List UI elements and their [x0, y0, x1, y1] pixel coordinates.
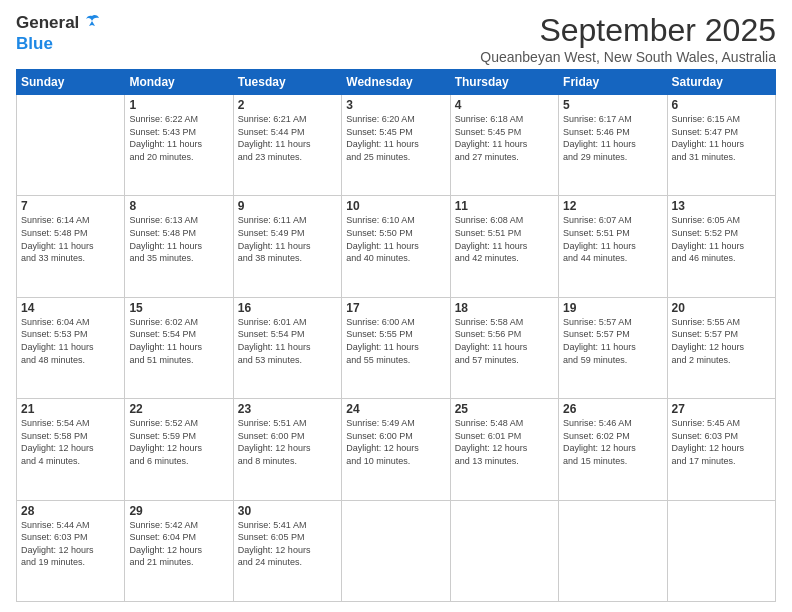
calendar-cell: 28Sunrise: 5:44 AMSunset: 6:03 PMDayligh…: [17, 500, 125, 601]
day-number: 1: [129, 98, 228, 112]
calendar-cell: 4Sunrise: 6:18 AMSunset: 5:45 PMDaylight…: [450, 95, 558, 196]
day-info: Sunrise: 5:44 AMSunset: 6:03 PMDaylight:…: [21, 519, 120, 569]
calendar-cell: 11Sunrise: 6:08 AMSunset: 5:51 PMDayligh…: [450, 196, 558, 297]
calendar-cell: 16Sunrise: 6:01 AMSunset: 5:54 PMDayligh…: [233, 297, 341, 398]
calendar-cell: 17Sunrise: 6:00 AMSunset: 5:55 PMDayligh…: [342, 297, 450, 398]
calendar-cell: 5Sunrise: 6:17 AMSunset: 5:46 PMDaylight…: [559, 95, 667, 196]
day-header-saturday: Saturday: [667, 70, 775, 95]
day-info: Sunrise: 5:52 AMSunset: 5:59 PMDaylight:…: [129, 417, 228, 467]
logo: General Blue: [16, 12, 103, 54]
day-number: 13: [672, 199, 771, 213]
calendar-week-4: 21Sunrise: 5:54 AMSunset: 5:58 PMDayligh…: [17, 399, 776, 500]
day-info: Sunrise: 5:42 AMSunset: 6:04 PMDaylight:…: [129, 519, 228, 569]
day-info: Sunrise: 5:49 AMSunset: 6:00 PMDaylight:…: [346, 417, 445, 467]
day-info: Sunrise: 5:41 AMSunset: 6:05 PMDaylight:…: [238, 519, 337, 569]
day-number: 10: [346, 199, 445, 213]
calendar-cell: 6Sunrise: 6:15 AMSunset: 5:47 PMDaylight…: [667, 95, 775, 196]
day-info: Sunrise: 6:05 AMSunset: 5:52 PMDaylight:…: [672, 214, 771, 264]
logo-general: General: [16, 13, 79, 33]
calendar-table: SundayMondayTuesdayWednesdayThursdayFrid…: [16, 69, 776, 602]
day-number: 18: [455, 301, 554, 315]
day-info: Sunrise: 6:14 AMSunset: 5:48 PMDaylight:…: [21, 214, 120, 264]
day-info: Sunrise: 5:51 AMSunset: 6:00 PMDaylight:…: [238, 417, 337, 467]
calendar-cell: 20Sunrise: 5:55 AMSunset: 5:57 PMDayligh…: [667, 297, 775, 398]
subtitle: Queanbeyan West, New South Wales, Austra…: [480, 49, 776, 65]
day-info: Sunrise: 6:22 AMSunset: 5:43 PMDaylight:…: [129, 113, 228, 163]
day-header-tuesday: Tuesday: [233, 70, 341, 95]
day-info: Sunrise: 6:02 AMSunset: 5:54 PMDaylight:…: [129, 316, 228, 366]
day-info: Sunrise: 6:07 AMSunset: 5:51 PMDaylight:…: [563, 214, 662, 264]
calendar-cell: 27Sunrise: 5:45 AMSunset: 6:03 PMDayligh…: [667, 399, 775, 500]
calendar-cell: [17, 95, 125, 196]
calendar-week-3: 14Sunrise: 6:04 AMSunset: 5:53 PMDayligh…: [17, 297, 776, 398]
calendar-cell: 12Sunrise: 6:07 AMSunset: 5:51 PMDayligh…: [559, 196, 667, 297]
day-number: 17: [346, 301, 445, 315]
day-number: 12: [563, 199, 662, 213]
calendar-cell: [667, 500, 775, 601]
day-info: Sunrise: 6:21 AMSunset: 5:44 PMDaylight:…: [238, 113, 337, 163]
day-number: 2: [238, 98, 337, 112]
header: General Blue September 2025 Queanbeyan W…: [16, 12, 776, 65]
day-number: 3: [346, 98, 445, 112]
calendar-cell: 15Sunrise: 6:02 AMSunset: 5:54 PMDayligh…: [125, 297, 233, 398]
day-number: 16: [238, 301, 337, 315]
calendar-cell: 24Sunrise: 5:49 AMSunset: 6:00 PMDayligh…: [342, 399, 450, 500]
day-info: Sunrise: 5:54 AMSunset: 5:58 PMDaylight:…: [21, 417, 120, 467]
calendar-cell: 22Sunrise: 5:52 AMSunset: 5:59 PMDayligh…: [125, 399, 233, 500]
calendar-cell: [559, 500, 667, 601]
day-number: 23: [238, 402, 337, 416]
calendar-cell: 30Sunrise: 5:41 AMSunset: 6:05 PMDayligh…: [233, 500, 341, 601]
day-number: 28: [21, 504, 120, 518]
day-number: 29: [129, 504, 228, 518]
day-header-monday: Monday: [125, 70, 233, 95]
calendar-cell: 7Sunrise: 6:14 AMSunset: 5:48 PMDaylight…: [17, 196, 125, 297]
day-info: Sunrise: 6:15 AMSunset: 5:47 PMDaylight:…: [672, 113, 771, 163]
calendar-week-5: 28Sunrise: 5:44 AMSunset: 6:03 PMDayligh…: [17, 500, 776, 601]
day-info: Sunrise: 6:13 AMSunset: 5:48 PMDaylight:…: [129, 214, 228, 264]
day-header-thursday: Thursday: [450, 70, 558, 95]
calendar-cell: [342, 500, 450, 601]
day-info: Sunrise: 6:01 AMSunset: 5:54 PMDaylight:…: [238, 316, 337, 366]
day-number: 19: [563, 301, 662, 315]
day-info: Sunrise: 6:18 AMSunset: 5:45 PMDaylight:…: [455, 113, 554, 163]
day-info: Sunrise: 6:10 AMSunset: 5:50 PMDaylight:…: [346, 214, 445, 264]
day-number: 27: [672, 402, 771, 416]
title-block: September 2025 Queanbeyan West, New Sout…: [480, 12, 776, 65]
calendar-cell: 26Sunrise: 5:46 AMSunset: 6:02 PMDayligh…: [559, 399, 667, 500]
day-header-wednesday: Wednesday: [342, 70, 450, 95]
day-info: Sunrise: 5:46 AMSunset: 6:02 PMDaylight:…: [563, 417, 662, 467]
day-number: 20: [672, 301, 771, 315]
day-number: 24: [346, 402, 445, 416]
day-info: Sunrise: 6:08 AMSunset: 5:51 PMDaylight:…: [455, 214, 554, 264]
day-number: 14: [21, 301, 120, 315]
calendar-cell: 1Sunrise: 6:22 AMSunset: 5:43 PMDaylight…: [125, 95, 233, 196]
day-header-sunday: Sunday: [17, 70, 125, 95]
page: General Blue September 2025 Queanbeyan W…: [0, 0, 792, 612]
calendar-cell: 19Sunrise: 5:57 AMSunset: 5:57 PMDayligh…: [559, 297, 667, 398]
day-number: 4: [455, 98, 554, 112]
day-number: 22: [129, 402, 228, 416]
day-info: Sunrise: 6:17 AMSunset: 5:46 PMDaylight:…: [563, 113, 662, 163]
calendar-cell: 3Sunrise: 6:20 AMSunset: 5:45 PMDaylight…: [342, 95, 450, 196]
calendar-week-1: 1Sunrise: 6:22 AMSunset: 5:43 PMDaylight…: [17, 95, 776, 196]
calendar-week-2: 7Sunrise: 6:14 AMSunset: 5:48 PMDaylight…: [17, 196, 776, 297]
calendar-cell: 9Sunrise: 6:11 AMSunset: 5:49 PMDaylight…: [233, 196, 341, 297]
day-info: Sunrise: 6:04 AMSunset: 5:53 PMDaylight:…: [21, 316, 120, 366]
day-number: 5: [563, 98, 662, 112]
calendar-cell: 13Sunrise: 6:05 AMSunset: 5:52 PMDayligh…: [667, 196, 775, 297]
day-number: 26: [563, 402, 662, 416]
calendar-cell: 2Sunrise: 6:21 AMSunset: 5:44 PMDaylight…: [233, 95, 341, 196]
calendar-header-row: SundayMondayTuesdayWednesdayThursdayFrid…: [17, 70, 776, 95]
calendar-cell: 23Sunrise: 5:51 AMSunset: 6:00 PMDayligh…: [233, 399, 341, 500]
day-number: 9: [238, 199, 337, 213]
day-header-friday: Friday: [559, 70, 667, 95]
calendar-cell: 14Sunrise: 6:04 AMSunset: 5:53 PMDayligh…: [17, 297, 125, 398]
calendar-cell: 25Sunrise: 5:48 AMSunset: 6:01 PMDayligh…: [450, 399, 558, 500]
day-number: 30: [238, 504, 337, 518]
day-info: Sunrise: 5:57 AMSunset: 5:57 PMDaylight:…: [563, 316, 662, 366]
day-info: Sunrise: 6:20 AMSunset: 5:45 PMDaylight:…: [346, 113, 445, 163]
day-info: Sunrise: 5:55 AMSunset: 5:57 PMDaylight:…: [672, 316, 771, 366]
calendar-cell: 10Sunrise: 6:10 AMSunset: 5:50 PMDayligh…: [342, 196, 450, 297]
logo-blue: Blue: [16, 34, 53, 53]
calendar-cell: 29Sunrise: 5:42 AMSunset: 6:04 PMDayligh…: [125, 500, 233, 601]
